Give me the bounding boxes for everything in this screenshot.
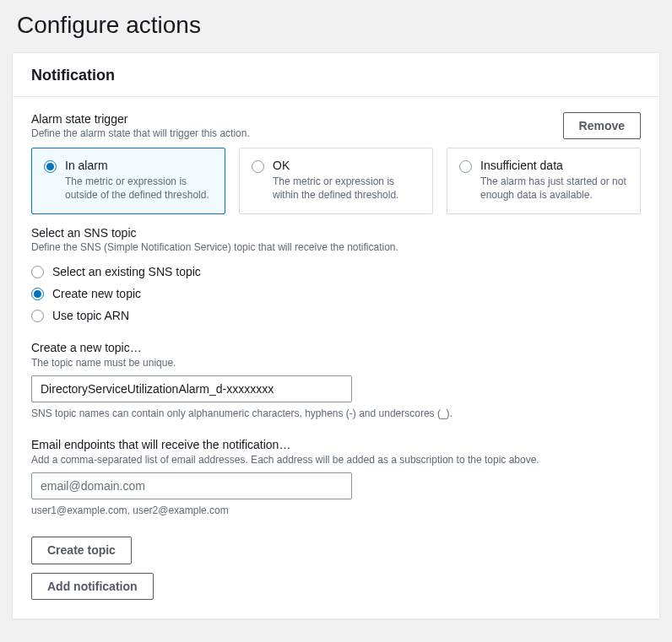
page-title: Configure actions <box>17 12 660 39</box>
alarm-trigger-option-ok[interactable]: OK The metric or expression is within th… <box>239 148 433 214</box>
new-topic-help: The topic name must be unique. <box>31 357 641 369</box>
page-root: Configure actions Notification Alarm sta… <box>0 0 672 639</box>
panel-body: Alarm state trigger Define the alarm sta… <box>13 97 659 618</box>
radio-icon <box>31 266 44 278</box>
option-description: The metric or expression is outside of t… <box>65 175 213 202</box>
alarm-trigger-title: Alarm state trigger <box>31 112 250 126</box>
new-topic-input[interactable] <box>31 375 352 402</box>
add-notification-button[interactable]: Add notification <box>31 573 154 600</box>
new-topic-label: Create a new topic… <box>31 341 641 354</box>
notification-panel: Notification Alarm state trigger Define … <box>12 52 660 619</box>
alarm-trigger-help: Define the alarm state that will trigger… <box>31 127 250 139</box>
option-description: The alarm has just started or not enough… <box>480 175 628 202</box>
sns-option-existing[interactable]: Select an existing SNS topic <box>31 265 641 278</box>
sns-options: Select an existing SNS topic Create new … <box>31 265 641 322</box>
topic-buttons: Create topic Add notification <box>31 537 641 599</box>
new-topic-field: Create a new topic… The topic name must … <box>31 341 641 419</box>
alarm-trigger-header-row: Alarm state trigger Define the alarm sta… <box>31 112 641 139</box>
option-label: Select an existing SNS topic <box>52 265 201 278</box>
sns-title: Select an SNS topic <box>31 226 641 240</box>
option-label: In alarm <box>65 159 213 172</box>
email-input[interactable] <box>31 472 352 499</box>
option-label: Insufficient data <box>480 159 628 172</box>
option-label: Create new topic <box>52 287 141 300</box>
radio-icon <box>44 160 57 173</box>
alarm-trigger-option-in-alarm[interactable]: In alarm The metric or expression is out… <box>31 148 225 214</box>
email-help: Add a comma-separated list of email addr… <box>31 454 641 466</box>
create-topic-button[interactable]: Create topic <box>31 537 132 564</box>
sns-section: Select an SNS topic Define the SNS (Simp… <box>31 226 641 322</box>
email-field: Email endpoints that will receive the no… <box>31 438 641 516</box>
option-label: OK <box>273 159 420 172</box>
radio-icon <box>31 310 44 322</box>
radio-icon <box>31 288 44 300</box>
option-description: The metric or expression is within the d… <box>273 175 420 202</box>
sns-help: Define the SNS (Simple Notification Serv… <box>31 241 641 253</box>
radio-icon <box>252 160 264 173</box>
radio-icon <box>459 160 472 173</box>
email-label: Email endpoints that will receive the no… <box>31 438 641 451</box>
option-label: Use topic ARN <box>52 309 129 322</box>
sns-option-use-arn[interactable]: Use topic ARN <box>31 309 641 322</box>
alarm-trigger-heading: Alarm state trigger Define the alarm sta… <box>31 112 250 139</box>
remove-button[interactable]: Remove <box>563 112 641 139</box>
new-topic-hint: SNS topic names can contain only alphanu… <box>31 407 641 419</box>
email-hint: user1@example.com, user2@example.com <box>31 504 641 516</box>
alarm-trigger-option-insufficient-data[interactable]: Insufficient data The alarm has just sta… <box>447 148 641 214</box>
sns-option-create-new[interactable]: Create new topic <box>31 287 641 300</box>
alarm-trigger-options: In alarm The metric or expression is out… <box>31 148 641 214</box>
panel-title: Notification <box>13 53 659 97</box>
